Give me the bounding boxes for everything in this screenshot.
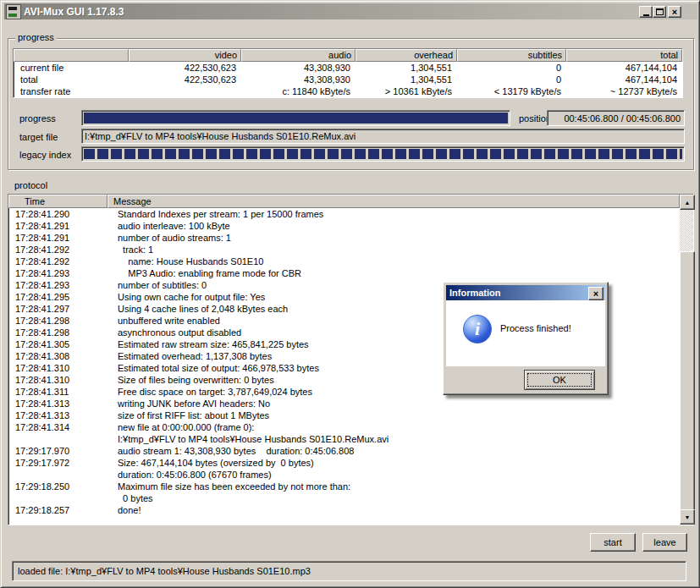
- dialog-footer: OK: [446, 366, 605, 392]
- stats-table-header: videoaudiooverheadsubtitlestotal: [14, 49, 682, 62]
- protocol-row[interactable]: 17:28:41.293 MP3 Audio: enabling frame m…: [8, 267, 680, 279]
- protocol-time: [8, 492, 118, 504]
- stats-col-header[interactable]: total: [566, 49, 682, 62]
- protocol-message: writing JUNK before AVI headers: No: [118, 398, 680, 409]
- protocol-header: Time Message: [8, 195, 693, 208]
- stats-table-body: current file422,530,62343,308,9301,304,5…: [14, 62, 682, 97]
- protocol-time: 17:28:41.298: [8, 315, 118, 327]
- progress-bar: [81, 110, 510, 126]
- protocol-message: audio interleave: 100 kByte: [118, 220, 680, 232]
- protocol-time: 17:28:41.292: [8, 244, 118, 256]
- stats-value: ~ 12737 kByte/s: [566, 85, 682, 97]
- protocol-time: 17:28:41.293: [8, 279, 118, 291]
- protocol-message: track: 1: [118, 244, 680, 256]
- information-dialog: Information × i Process finished! OK: [443, 282, 609, 395]
- protocol-col-message[interactable]: Message: [107, 195, 680, 208]
- protocol-row[interactable]: 17:29:18.257done!: [8, 504, 680, 516]
- protocol-label: protocol: [14, 180, 47, 190]
- stats-value: 43,308,930: [241, 74, 356, 85]
- protocol-scrollbar[interactable]: ▲ ▼: [680, 195, 693, 525]
- stats-value: 467,144,104: [566, 62, 682, 74]
- protocol-row[interactable]: 17:28:41.313writing JUNK before AVI head…: [8, 398, 680, 409]
- stats-value: 422,530,623: [129, 62, 241, 74]
- protocol-time: [8, 469, 118, 481]
- scroll-down-button[interactable]: ▼: [680, 509, 695, 525]
- protocol-time: 17:29:17.972: [8, 457, 118, 469]
- leave-button[interactable]: leave: [642, 533, 687, 552]
- stats-col-header[interactable]: subtitles: [457, 49, 566, 62]
- target-file-label: target file: [19, 132, 58, 142]
- stats-row: total422,530,62343,308,9301,304,5510467,…: [14, 74, 682, 85]
- stats-col-header[interactable]: [14, 49, 129, 62]
- protocol-row[interactable]: 17:28:41.290Standard Indexes per stream:…: [8, 208, 680, 220]
- dialog-title-bar[interactable]: Information ×: [446, 285, 605, 300]
- close-button[interactable]: ×: [668, 6, 681, 18]
- title-bar[interactable]: AVI-Mux GUI 1.17.8.3: [4, 3, 697, 19]
- stats-table: videoaudiooverheadsubtitlestotal current…: [13, 48, 683, 98]
- protocol-row[interactable]: 17:28:41.292 track: 1: [8, 244, 680, 256]
- protocol-row[interactable]: 0 bytes: [8, 492, 680, 504]
- protocol-row[interactable]: 17:28:41.314new file at 0:00:00.000 (fra…: [8, 421, 680, 433]
- target-file-field: I:¥tmp_d¥FLV to MP4 tools¥House Husbands…: [81, 129, 685, 144]
- stats-value: 43,308,930: [241, 62, 356, 74]
- window-title: AVI-Mux GUI 1.17.8.3: [24, 6, 124, 18]
- protocol-message: I:¥tmp_d¥FLV to MP4 tools¥House Husbands…: [118, 433, 680, 445]
- stats-value: 1,304,551: [356, 74, 457, 85]
- ok-button[interactable]: OK: [524, 370, 595, 390]
- protocol-row[interactable]: I:¥tmp_d¥FLV to MP4 tools¥House Husbands…: [8, 433, 680, 445]
- protocol-time: 17:28:41.291: [8, 220, 118, 232]
- scroll-down-icon: ▼: [685, 514, 691, 520]
- status-bar: loaded file: I:¥tmp_d¥FLV to MP4 tools¥H…: [12, 561, 686, 581]
- protocol-time: 17:28:41.290: [8, 208, 118, 220]
- protocol-row[interactable]: 17:29:17.972Size: 467,144,104 bytes (ove…: [8, 457, 680, 469]
- stats-value: < 13179 kByte/s: [457, 85, 566, 97]
- protocol-col-time[interactable]: Time: [8, 195, 107, 208]
- protocol-message: audio stream 1: 43,308,930 bytes duratio…: [118, 445, 680, 457]
- stats-row-label: transfer rate: [14, 85, 129, 97]
- protocol-time: 17:28:41.310: [8, 362, 118, 374]
- protocol-row[interactable]: duration: 0:45:06.800 (67670 frames): [8, 469, 680, 481]
- protocol-time: 17:28:41.297: [8, 303, 118, 315]
- stats-value: 0: [457, 62, 566, 74]
- app-icon: [6, 4, 21, 19]
- protocol-row[interactable]: 17:28:41.291number of audio streams: 1: [8, 232, 680, 244]
- protocol-row[interactable]: 17:29:17.970audio stream 1: 43,308,930 b…: [8, 445, 680, 457]
- dialog-close-icon: ×: [593, 289, 598, 298]
- protocol-time: 17:28:41.293: [8, 267, 118, 279]
- protocol-row[interactable]: 17:29:18.250Maximum file size has been e…: [8, 481, 680, 492]
- protocol-row[interactable]: 17:28:41.291audio interleave: 100 kByte: [8, 220, 680, 232]
- stats-value: 422,530,623: [129, 74, 241, 85]
- protocol-message: duration: 0:45:06.800 (67670 frames): [118, 469, 680, 481]
- stats-value: 0: [457, 74, 566, 85]
- legacy-index-fill: [84, 149, 682, 159]
- stats-value: 1,304,551: [356, 62, 457, 74]
- minimize-icon: [643, 14, 649, 16]
- minimize-button[interactable]: [639, 6, 653, 18]
- progress-bar-fill: [84, 113, 508, 124]
- progress-bar-label: progress: [19, 113, 56, 124]
- stats-col-header[interactable]: audio: [241, 49, 356, 62]
- close-icon: ×: [672, 8, 677, 16]
- maximize-icon: [656, 8, 664, 15]
- stats-col-header[interactable]: overhead: [356, 49, 457, 62]
- maximize-button[interactable]: [653, 6, 666, 18]
- start-button[interactable]: start: [590, 533, 636, 552]
- protocol-message: number of audio streams: 1: [118, 232, 680, 244]
- protocol-message: 0 bytes: [118, 492, 680, 504]
- legacy-index-label: legacy index: [19, 150, 71, 160]
- stats-value: c: 11840 kByte/s: [241, 85, 356, 97]
- scroll-thumb[interactable]: [680, 251, 695, 511]
- protocol-message: MP3 Audio: enabling frame mode for CBR: [118, 267, 680, 279]
- protocol-time: 17:28:41.292: [8, 256, 118, 267]
- dialog-close-button[interactable]: ×: [588, 287, 604, 300]
- stats-col-header[interactable]: video: [129, 49, 241, 62]
- protocol-row[interactable]: 17:28:41.292 name: House Husbands S01E10: [8, 256, 680, 267]
- protocol-time: 17:29:18.257: [8, 504, 118, 516]
- protocol-message: size of first RIFF list: about 1 MBytes: [118, 409, 680, 421]
- protocol-time: 17:29:18.250: [8, 481, 118, 492]
- stats-value: [129, 85, 241, 97]
- protocol-row[interactable]: 17:28:41.313size of first RIFF list: abo…: [8, 409, 680, 421]
- protocol-time: 17:28:41.291: [8, 232, 118, 244]
- stats-row: transfer ratec: 11840 kByte/s> 10361 kBy…: [14, 85, 682, 97]
- stats-value: > 10361 kByte/s: [356, 85, 457, 97]
